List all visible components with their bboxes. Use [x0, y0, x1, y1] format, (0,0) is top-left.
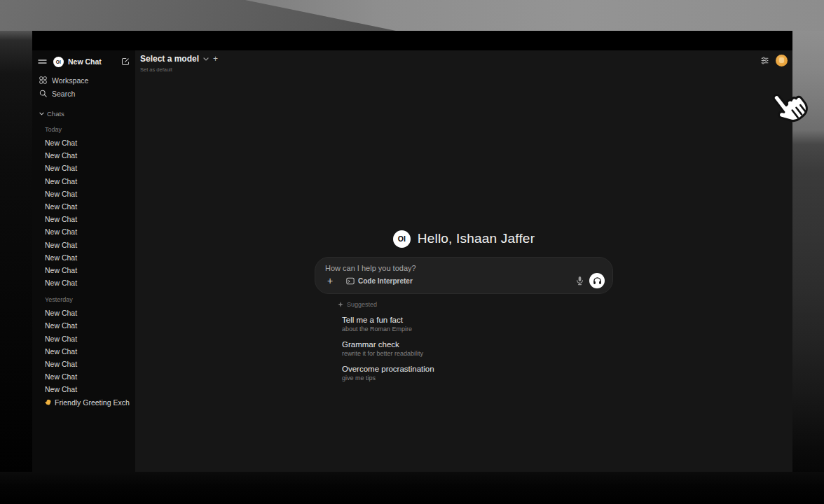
sidebar-item-search[interactable]: Search [38, 87, 130, 100]
chat-list-item[interactable]: New Chat [38, 213, 130, 225]
chat-list-item[interactable]: New Chat [38, 264, 130, 276]
model-selector[interactable]: Select a model + [140, 54, 218, 64]
suggested-label: Suggested [347, 301, 377, 308]
suggested-header: Suggested [338, 300, 613, 309]
chat-list-item-named[interactable]: Friendly Greeting Exchange [38, 396, 130, 409]
model-selector-label: Select a model [140, 54, 199, 64]
suggested-list: Tell me a fun fact about the Roman Empir… [338, 314, 613, 386]
suggested-prompt[interactable]: Tell me a fun fact about the Roman Empir… [342, 314, 613, 337]
welcome-area: OI Hello, Ishaan Jaffer + Code Interpret… [315, 230, 613, 387]
chat-list-item[interactable]: New Chat [38, 319, 130, 332]
search-label: Search [52, 90, 75, 98]
chat-list-item[interactable]: New Chat [38, 239, 130, 251]
sidebar-header: OI New Chat [38, 55, 130, 68]
workspace-label: Workspace [52, 76, 88, 85]
section-label-today: Today [38, 125, 130, 134]
chat-list-today: New ChatNew ChatNew ChatNew ChatNew Chat… [38, 136, 130, 289]
topbar-controls [760, 55, 788, 66]
wallpaper-bottom [0, 472, 824, 504]
chat-title: Friendly Greeting Exchange [55, 396, 130, 409]
headphones-icon [593, 276, 602, 285]
chat-list-item[interactable]: New Chat [38, 149, 130, 162]
chevron-down-icon [39, 112, 44, 115]
set-as-default-button[interactable]: Set as default [140, 66, 218, 73]
code-interpreter-toggle[interactable]: Code Interpreter [346, 277, 413, 285]
suggested-prompt-subtitle: rewrite it for better readability [342, 350, 613, 358]
chat-list-item[interactable]: New Chat [38, 332, 130, 345]
section-label-yesterday: Yesterday [38, 295, 130, 304]
main-pane: Select a model + Set as default [135, 50, 792, 472]
chat-list-item[interactable]: New Chat [38, 200, 130, 213]
chat-list-item[interactable]: New Chat [38, 345, 130, 358]
suggested-prompt[interactable]: Grammar check rewrite it for better read… [342, 338, 613, 362]
suggested-prompt-subtitle: about the Roman Empire [342, 326, 613, 333]
chat-list-item[interactable]: New Chat [38, 383, 130, 396]
chat-list-item[interactable]: New Chat [38, 358, 130, 370]
waving-hand-icon [45, 399, 52, 406]
chat-list-item[interactable]: New Chat [38, 370, 130, 383]
controls-sliders-icon[interactable] [760, 56, 769, 65]
user-avatar[interactable] [776, 55, 788, 66]
greeting-text: Hello, Ishaan Jaffer [418, 231, 535, 246]
attach-button[interactable]: + [325, 276, 335, 286]
sidebar-title: New Chat [68, 57, 121, 66]
voice-call-button[interactable] [589, 273, 605, 288]
sparkle-icon [338, 302, 343, 307]
sidebar-item-workspace[interactable]: Workspace [38, 74, 130, 87]
sidebar-nav: Workspace Search [38, 74, 130, 100]
suggested-prompt-subtitle: give me tips [342, 374, 613, 382]
app-logo: OI [393, 230, 411, 248]
new-chat-icon[interactable] [121, 57, 130, 66]
wallpaper-wedge [0, 0, 420, 31]
workspace-grid-icon [39, 76, 47, 84]
add-model-button[interactable]: + [213, 55, 218, 63]
terminal-icon [346, 277, 355, 285]
wallpaper-top [0, 0, 824, 31]
chat-list-item[interactable]: New Chat [38, 251, 130, 264]
chat-list-yesterday: New ChatNew ChatNew ChatNew ChatNew Chat… [38, 307, 130, 396]
suggested-prompt-title: Tell me a fun fact [342, 315, 613, 325]
chat-list-item[interactable]: New Chat [38, 175, 130, 188]
suggested-prompt-title: Grammar check [342, 340, 613, 349]
composer-toolbar: + Code Interpreter [325, 273, 605, 288]
chevron-down-icon [203, 57, 209, 61]
chat-list-item[interactable]: New Chat [38, 307, 130, 319]
chat-list-item[interactable]: New Chat [38, 136, 130, 149]
microphone-icon[interactable] [576, 276, 584, 286]
wallpaper-left [0, 31, 32, 504]
desktop: OI New Chat Workspace [0, 0, 824, 504]
chat-list-item[interactable]: New Chat [38, 188, 130, 200]
suggested-prompt[interactable]: Overcome procrastination give me tips [342, 363, 613, 386]
search-icon [39, 90, 47, 97]
app-logo: OI [53, 57, 64, 67]
model-header: Select a model + Set as default [140, 54, 218, 73]
sidebar: OI New Chat Workspace [32, 50, 135, 472]
suggested-prompt-title: Overcome procrastination [342, 364, 613, 374]
chats-section-toggle[interactable]: Chats [38, 108, 130, 118]
chat-list-item[interactable]: New Chat [38, 225, 130, 238]
chat-list-item[interactable]: New Chat [38, 162, 130, 174]
sidebar-toggle-icon[interactable] [38, 58, 47, 65]
code-interpreter-label: Code Interpreter [358, 277, 413, 285]
suggested-section: Suggested Tell me a fun fact about the R… [338, 300, 613, 386]
chats-label: Chats [47, 110, 64, 118]
open-webui-window: OI New Chat Workspace [32, 31, 792, 472]
greeting-row: OI Hello, Ishaan Jaffer [315, 230, 613, 248]
message-composer[interactable]: + Code Interpreter [315, 257, 613, 294]
message-input[interactable] [325, 264, 605, 272]
window-top-strip [32, 31, 792, 50]
wallpaper-right [792, 31, 824, 504]
chat-list-item[interactable]: New Chat [38, 276, 130, 289]
